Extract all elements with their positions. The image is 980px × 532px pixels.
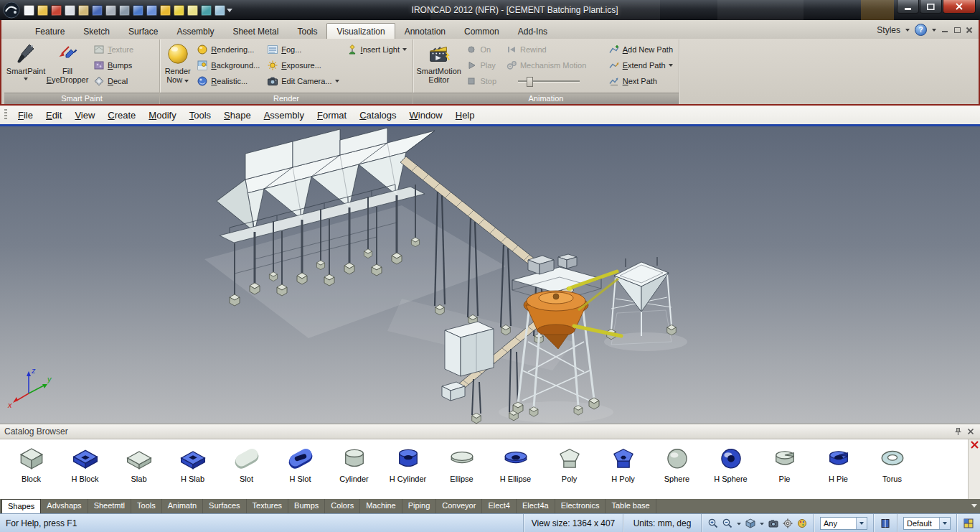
sun-icon[interactable] (174, 5, 184, 16)
mechanism-motion-button[interactable]: Mechanism Motion (502, 57, 605, 73)
configuration-combo[interactable]: Default (903, 517, 951, 530)
minimize-document-icon[interactable] (941, 27, 948, 33)
selection-filter-combo[interactable]: Any (820, 517, 867, 530)
catalog-item-slot[interactable]: Slot (220, 442, 273, 483)
catalog-item-h-poly[interactable]: H Poly (596, 442, 650, 483)
smartpaint-button[interactable]: SmartPaint (6, 40, 45, 92)
catalog-tab-machine[interactable]: Machine (360, 499, 402, 513)
qat-overflow-chevron-icon[interactable] (227, 9, 232, 12)
bulb-icon[interactable] (187, 5, 198, 16)
restore-document-icon[interactable] (953, 27, 961, 33)
ribbon-tab-sketch[interactable]: Sketch (74, 24, 119, 39)
catalog-item-h-slot[interactable]: H Slot (273, 442, 327, 483)
capture-icon[interactable] (119, 5, 130, 16)
catalog-tab-piping[interactable]: Piping (402, 499, 437, 513)
slider-thumb[interactable] (527, 77, 533, 87)
background-button[interactable]: Background... (193, 57, 263, 73)
add-new-path-button[interactable]: Add New Path (605, 42, 677, 57)
catalog-tab-elect4[interactable]: Elect4 (482, 499, 517, 513)
rewind-button[interactable]: Rewind (502, 42, 605, 57)
screen-icon[interactable] (215, 5, 225, 16)
catalog-tab-sheetmtl[interactable]: Sheetmtl (88, 499, 131, 513)
render-now-button[interactable]: Render Now (162, 40, 193, 92)
catalog-item-slab[interactable]: Slab (112, 442, 166, 483)
menu-file[interactable]: File (11, 107, 39, 123)
ribbon-tab-annotation[interactable]: Annotation (395, 24, 455, 39)
catalog-tab-surfaces[interactable]: Surfaces (203, 499, 246, 513)
pin-icon[interactable] (953, 426, 963, 437)
list-icon[interactable] (201, 5, 212, 16)
catalog-item-h-slab[interactable]: H Slab (166, 442, 220, 483)
catalog-browser-header[interactable]: Catalog Browser (0, 424, 980, 439)
new-document-icon[interactable] (24, 5, 34, 16)
catalog-item-h-cylinder[interactable]: H Cylinder (381, 442, 435, 483)
ribbon-tab-visualization[interactable]: Visualization (326, 23, 395, 39)
next-path-button[interactable]: Next Path (605, 73, 677, 89)
menu-shape[interactable]: Shape (217, 107, 258, 123)
combo-dropdown-icon[interactable] (939, 518, 950, 529)
catalog-item-h-ellipse[interactable]: H Ellipse (489, 442, 542, 483)
catalog-tab-animatn[interactable]: Animatn (162, 499, 203, 513)
insert-light-button[interactable]: Insert Light (343, 42, 410, 57)
animation-speed-slider[interactable] (518, 75, 580, 88)
cement-plant-model[interactable]: z y x (0, 126, 980, 424)
library-icon[interactable] (880, 518, 891, 529)
scene-settings-icon[interactable] (782, 518, 793, 529)
catalog-tab-textures[interactable]: Textures (247, 499, 289, 513)
catalog-tab-electronics[interactable]: Electronics (555, 499, 606, 513)
bumps-button[interactable]: Bumps (90, 57, 137, 73)
catalog-tab-table-base[interactable]: Table base (606, 499, 656, 513)
minimize-button[interactable] (897, 0, 919, 14)
maximize-button[interactable] (920, 0, 942, 14)
edit-camera-button[interactable]: Edit Camera... (263, 73, 342, 89)
catalog-tab-advshaps[interactable]: Advshaps (41, 499, 88, 513)
realistic-button[interactable]: Realistic... (193, 73, 263, 89)
menu-assembly[interactable]: Assembly (258, 107, 311, 123)
catalog-item-ellipse[interactable]: Ellipse (435, 442, 489, 483)
animation-on-button[interactable]: On (462, 42, 502, 57)
render-sphere-icon[interactable] (160, 5, 171, 16)
decal-button[interactable]: Decal (90, 73, 137, 89)
ribbon-tab-sheet-metal[interactable]: Sheet Metal (223, 24, 288, 39)
texture-button[interactable]: Texture (90, 42, 137, 57)
catalog-tab-elect4a[interactable]: Elect4a (517, 499, 555, 513)
workspace-icon[interactable] (963, 518, 974, 529)
catalog-item-h-block[interactable]: H Block (58, 442, 112, 483)
ribbon-options-chevron-icon[interactable] (932, 29, 936, 32)
menu-modify[interactable]: Modify (142, 107, 182, 123)
mixer-tower[interactable] (512, 254, 601, 416)
ribbon-tab-tools[interactable]: Tools (288, 24, 326, 39)
smartmotion-editor-button[interactable]: SmartMotion Editor (415, 40, 462, 92)
open-folder-icon[interactable] (37, 5, 48, 16)
menu-format[interactable]: Format (311, 107, 353, 123)
view-style-chevron[interactable] (759, 518, 765, 529)
appearance-icon[interactable] (796, 518, 808, 529)
print-icon[interactable] (105, 5, 116, 16)
fill-eyedropper-button[interactable]: Fill EyeDropper (45, 40, 90, 92)
ribbon-tab-assembly[interactable]: Assembly (167, 24, 223, 39)
combo-dropdown-icon[interactable] (856, 518, 867, 529)
catalog-item-pie[interactable]: Pie (758, 442, 811, 483)
catalog-item-sphere[interactable]: Sphere (650, 442, 704, 483)
menu-catalogs[interactable]: Catalogs (353, 107, 402, 123)
zoom-out-icon[interactable] (722, 518, 733, 529)
camera-icon[interactable] (768, 518, 779, 529)
menu-window[interactable]: Window (402, 107, 448, 123)
menu-edit[interactable]: Edit (39, 107, 68, 123)
catalog-tab-scroll-chevron[interactable] (971, 504, 977, 508)
zoom-options-chevron[interactable] (736, 518, 742, 529)
catalog-close-button[interactable] (971, 441, 979, 449)
3d-viewport[interactable]: z y x (0, 126, 980, 424)
close-document-icon[interactable] (51, 5, 62, 16)
catalog-tab-shapes[interactable]: Shapes (1, 499, 41, 513)
ribbon-tab-add-ins[interactable]: Add-Ins (509, 24, 557, 39)
import-icon[interactable] (65, 5, 75, 16)
ironcad-logo-icon[interactable] (3, 1, 20, 19)
extend-path-button[interactable]: Extend Path (605, 57, 677, 73)
ribbon-tab-feature[interactable]: Feature (26, 24, 74, 39)
control-cabinet[interactable] (445, 322, 494, 376)
catalog-tab-colors[interactable]: Colors (325, 499, 360, 513)
catalog-item-block[interactable]: Block (4, 442, 58, 483)
zoom-in-icon[interactable] (707, 518, 719, 529)
exposure-button[interactable]: Exposure... (263, 57, 342, 73)
